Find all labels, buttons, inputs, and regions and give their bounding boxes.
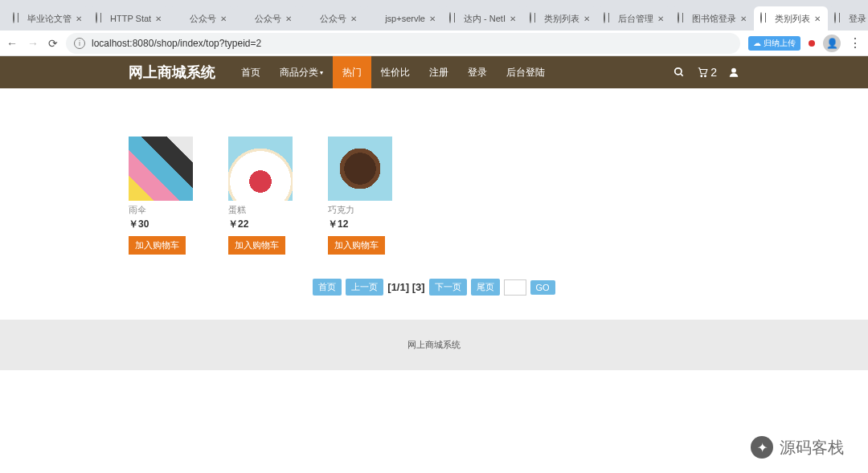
browser-tab[interactable]: 登录✕ — [828, 6, 868, 31]
tab-title: 公众号 — [190, 13, 216, 25]
forward-button[interactable]: → — [27, 37, 39, 50]
tab-close-icon[interactable]: ✕ — [350, 14, 358, 22]
tab-title: 图书馆登录 — [692, 13, 736, 25]
nav-item[interactable]: 热门 — [333, 56, 371, 88]
reload-button[interactable]: ⟳ — [48, 37, 58, 50]
browser-tab[interactable]: 公众号✕ — [169, 6, 234, 31]
browser-tab[interactable]: 类别列表✕ — [754, 6, 828, 31]
product-price: ￥30 — [129, 218, 209, 231]
tab-close-icon[interactable]: ✕ — [154, 14, 162, 22]
green-favicon-icon — [240, 13, 252, 24]
product-image[interactable] — [129, 137, 193, 201]
globe-favicon-icon — [604, 13, 615, 24]
profile-avatar-icon[interactable]: 👤 — [823, 35, 841, 52]
nav-label: 注册 — [429, 66, 448, 80]
tab-close-icon[interactable]: ✕ — [428, 14, 436, 22]
product-price: ￥12 — [328, 218, 408, 231]
tab-close-icon[interactable]: ✕ — [285, 14, 293, 22]
tab-title: 登录 — [849, 13, 866, 25]
nav-label: 热门 — [342, 66, 362, 80]
address-bar[interactable]: i localhost:8080/shop/index/top?typeid=2 — [66, 33, 740, 54]
browser-tab[interactable]: 公众号✕ — [234, 6, 299, 31]
globe-favicon-icon — [834, 13, 845, 24]
pager-prev-button[interactable]: 上一页 — [346, 279, 383, 296]
nav-label: 性价比 — [381, 66, 410, 80]
tab-close-icon[interactable]: ✕ — [509, 14, 517, 22]
globe-favicon-icon — [449, 13, 461, 24]
browser-tab[interactable]: 毕业论文管✕ — [6, 6, 89, 31]
cart-count: 2 — [710, 66, 717, 79]
product-name: 雨伞 — [129, 204, 209, 216]
globe-favicon-icon — [678, 13, 689, 24]
tab-close-icon[interactable]: ✕ — [813, 14, 821, 22]
add-to-cart-button[interactable]: 加入购物车 — [129, 236, 186, 255]
site-brand[interactable]: 网上商城系统 — [129, 63, 215, 82]
browser-tab[interactable]: 后台管理✕ — [597, 6, 671, 31]
nav-item[interactable]: 后台登陆 — [497, 56, 555, 88]
site-footer: 网上商城系统 — [0, 320, 868, 370]
tab-title: 毕业论文管 — [27, 13, 72, 25]
search-icon[interactable] — [674, 67, 685, 78]
globe-favicon-icon — [760, 13, 772, 24]
user-icon[interactable] — [728, 67, 739, 78]
svg-point-3 — [705, 75, 706, 77]
nav-label: 后台登陆 — [506, 66, 545, 80]
tab-close-icon[interactable]: ✕ — [219, 14, 227, 22]
browser-tab[interactable]: 达内 - NetI✕ — [443, 6, 523, 31]
tab-title: 公众号 — [320, 13, 346, 25]
pager-go-button[interactable]: GO — [530, 280, 555, 295]
notification-dot-icon — [809, 40, 815, 47]
tab-title: 类别列表 — [544, 13, 579, 25]
nav-label: 商品分类 — [280, 66, 318, 80]
chevron-down-icon: ▾ — [320, 69, 323, 76]
tab-title: 达内 - NetI — [464, 13, 506, 25]
globe-favicon-icon — [530, 13, 541, 24]
nav-label: 登录 — [468, 66, 487, 80]
browser-tab[interactable]: jsp+servle✕ — [364, 6, 443, 31]
browser-tab[interactable]: 类别列表✕ — [523, 6, 597, 31]
pager-next-button[interactable]: 下一页 — [429, 279, 467, 296]
upload-extension-button[interactable]: ☁归纳上传 — [748, 36, 800, 51]
nav-item[interactable]: 性价比 — [371, 56, 420, 88]
pager-last-button[interactable]: 尾页 — [471, 279, 500, 296]
product-image[interactable] — [328, 137, 392, 201]
back-button[interactable]: ← — [6, 37, 18, 50]
pager-first-button[interactable]: 首页 — [313, 279, 342, 296]
nav-item[interactable]: 登录 — [458, 56, 497, 88]
product-card: 雨伞￥30加入购物车 — [129, 137, 209, 255]
tab-title: 公众号 — [255, 13, 281, 25]
svg-point-0 — [675, 68, 682, 75]
globe-favicon-icon — [96, 13, 107, 24]
tab-title: HTTP Stat — [110, 14, 151, 23]
nav-item[interactable]: 首页 — [231, 56, 270, 88]
browser-menu-button[interactable]: ⋮ — [849, 35, 862, 51]
nav-item[interactable]: 注册 — [420, 56, 458, 88]
product-name: 巧克力 — [328, 204, 408, 216]
globe-favicon-icon — [13, 13, 24, 24]
svg-point-4 — [731, 68, 736, 73]
product-card: 巧克力￥12加入购物车 — [328, 137, 408, 255]
add-to-cart-button[interactable]: 加入购物车 — [328, 236, 385, 255]
add-to-cart-button[interactable]: 加入购物车 — [228, 236, 285, 255]
green-favicon-icon — [305, 13, 317, 24]
address-text: localhost:8080/shop/index/top?typeid=2 — [92, 38, 261, 49]
browser-tab[interactable]: 公众号✕ — [299, 6, 364, 31]
tab-title: 类别列表 — [775, 13, 810, 25]
tab-close-icon[interactable]: ✕ — [739, 14, 747, 22]
product-image[interactable] — [228, 137, 293, 201]
site-info-icon[interactable]: i — [74, 38, 85, 49]
nav-label: 首页 — [241, 66, 260, 80]
pager-page-input[interactable] — [504, 279, 526, 296]
product-card: 蛋糕￥22加入购物车 — [228, 137, 309, 255]
tab-title: 后台管理 — [618, 13, 653, 25]
nav-item[interactable]: 商品分类▾ — [270, 56, 333, 88]
tab-title: jsp+servle — [385, 14, 425, 23]
cart-button[interactable]: 2 — [696, 66, 717, 79]
pager-info: [1/1] [3] — [387, 281, 424, 293]
browser-tab[interactable]: HTTP Stat✕ — [89, 6, 169, 31]
browser-tab[interactable]: 图书馆登录✕ — [671, 6, 754, 31]
product-name: 蛋糕 — [228, 204, 309, 216]
tab-close-icon[interactable]: ✕ — [657, 14, 665, 22]
tab-close-icon[interactable]: ✕ — [75, 14, 83, 22]
tab-close-icon[interactable]: ✕ — [583, 14, 591, 22]
